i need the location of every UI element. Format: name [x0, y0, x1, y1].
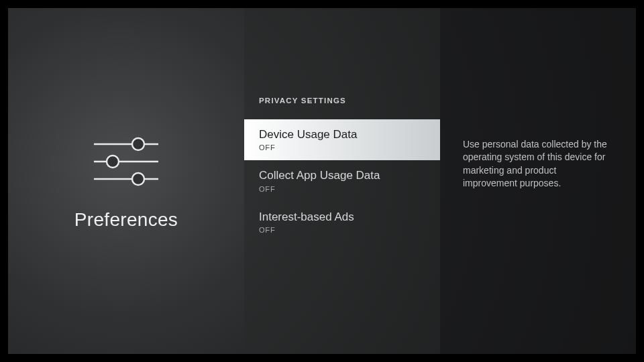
settings-list-panel: PRIVACY SETTINGS Device Usage Data OFF C… — [244, 8, 440, 354]
menu-item-status: OFF — [259, 226, 425, 234]
left-panel: Preferences — [8, 8, 244, 354]
menu-item-status: OFF — [259, 143, 425, 152]
svg-point-1 — [132, 138, 144, 150]
menu-item-title: Collect App Usage Data — [259, 168, 425, 182]
sliders-icon — [91, 135, 161, 188]
menu-item-title: Device Usage Data — [259, 127, 425, 141]
page-title: Preferences — [74, 209, 178, 231]
svg-point-5 — [132, 173, 144, 185]
svg-point-3 — [107, 156, 119, 168]
menu-item-status: OFF — [259, 185, 425, 193]
menu-item-interest-based-ads[interactable]: Interest-based Ads OFF — [244, 202, 440, 243]
menu-item-title: Interest-based Ads — [259, 210, 425, 224]
menu-item-device-usage-data[interactable]: Device Usage Data OFF — [244, 119, 440, 160]
item-description: Use personal data collected by the opera… — [463, 138, 610, 190]
settings-screen: Preferences PRIVACY SETTINGS Device Usag… — [8, 8, 636, 354]
description-panel: Use personal data collected by the opera… — [440, 8, 636, 354]
section-heading: PRIVACY SETTINGS — [244, 97, 440, 119]
menu-item-collect-app-usage-data[interactable]: Collect App Usage Data OFF — [244, 160, 440, 201]
